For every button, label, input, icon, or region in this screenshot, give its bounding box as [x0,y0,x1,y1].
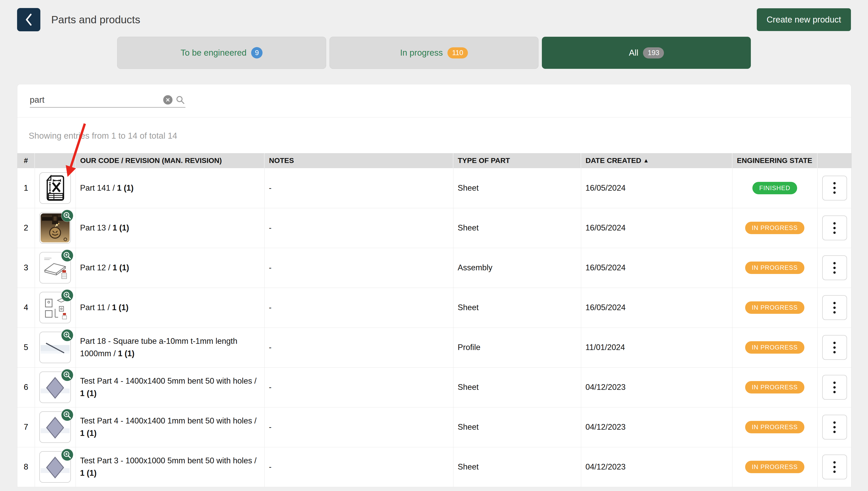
engineering-state-badge: IN PROGRESS [745,381,805,394]
row-actions-button[interactable] [822,375,847,400]
results-summary: Showing entries from 1 to 14 of total 14 [29,131,177,141]
row-actions-button[interactable] [822,176,847,201]
column-header-code[interactable]: OUR CODE / REVISION (MAN. REVISION) [76,153,264,168]
date-cell: 04/12/2023 [581,447,732,487]
count-badge: 193 [643,47,664,58]
back-button[interactable] [17,8,40,31]
table-row: 4 [17,288,852,327]
technical-drawing-placeholder-icon [40,174,69,203]
zoom-in-icon[interactable] [61,329,73,342]
table-row: 7 [17,407,852,447]
type-cell: Sheet [453,168,581,208]
status-filter-tabs: To be engineered 9 In progress 110 All 1… [117,37,751,69]
type-cell: Sheet [453,288,581,327]
part-code-cell: Test Part 3 - 1000x1000 5mm bent 50 with… [76,447,264,487]
date-cell: 16/05/2024 [581,168,732,208]
type-cell: Assembly [453,248,581,288]
column-header-date-created[interactable]: DATE CREATED ▲ [581,153,732,168]
search-field [30,95,185,108]
part-thumbnail[interactable] [39,372,71,403]
chevron-left-icon [23,13,34,26]
table-row: 8 [17,447,852,487]
part-thumbnail[interactable] [39,451,71,483]
part-code-cell: Part 11 / 1 (1) [76,288,264,327]
row-number: 4 [17,288,35,327]
table-row: 6 [17,367,852,407]
row-actions-button[interactable] [822,295,847,320]
row-actions-button[interactable] [822,335,847,360]
part-thumbnail[interactable] [39,411,71,443]
row-number: 6 [17,367,35,407]
part-code-cell: Part 18 - Square tube a-10mm t-1mm lengt… [76,327,264,367]
column-header-thumbnail [35,153,76,168]
row-actions-button[interactable] [822,255,847,280]
zoom-in-icon[interactable] [61,209,73,222]
tab-label: All [629,48,638,58]
table-row: 5 [17,327,852,367]
results-summary-bar: Showing entries from 1 to 14 of total 14 [17,117,851,153]
part-thumbnail[interactable] [39,252,71,284]
kebab-icon [833,182,836,184]
date-cell: 04/12/2023 [581,407,732,447]
page-title: Parts and products [51,14,757,26]
table-header-row: # OUR CODE / REVISION (MAN. REVISION) NO… [17,153,852,168]
top-bar: Parts and products Create new product [0,0,868,32]
row-number: 7 [17,407,35,447]
row-number: 2 [17,208,35,248]
part-thumbnail[interactable] [39,212,71,244]
parts-table: # OUR CODE / REVISION (MAN. REVISION) NO… [17,153,852,487]
row-actions-button[interactable] [822,215,847,240]
notes-cell: - [264,288,453,327]
clear-search-button[interactable] [163,95,173,105]
search-icon[interactable] [175,95,185,105]
type-cell: Profile [453,327,581,367]
parts-and-products-page: Parts and products Create new product To… [0,0,868,491]
type-cell: Sheet [453,447,581,487]
count-badge: 110 [447,47,468,58]
zoom-in-icon[interactable] [61,409,73,421]
column-header-engineering-state[interactable]: ENGINEERING STATE [732,153,817,168]
part-code-cell: Test Part 4 - 1400x1400 1mm bent 50 with… [76,407,264,447]
notes-cell: - [264,367,453,407]
tab-in-progress[interactable]: In progress 110 [330,37,538,69]
column-header-notes[interactable]: NOTES [264,153,453,168]
column-header-type[interactable]: TYPE OF PART [453,153,581,168]
notes-cell: - [264,407,453,447]
column-header-number: # [17,153,35,168]
zoom-in-icon[interactable] [61,449,73,461]
notes-cell: - [264,168,453,208]
zoom-in-icon[interactable] [61,250,73,262]
part-thumbnail[interactable] [39,331,71,363]
x-icon [165,97,171,103]
create-new-product-button[interactable]: Create new product [757,8,851,31]
part-thumbnail[interactable] [39,172,71,204]
row-number: 3 [17,248,35,288]
engineering-state-badge: FINISHED [752,182,797,194]
part-code-cell: Part 13 / 1 (1) [76,208,264,248]
row-number: 5 [17,327,35,367]
search-input[interactable] [30,95,160,105]
engineering-state-badge: IN PROGRESS [745,341,805,354]
search-section [17,84,851,117]
date-cell: 16/05/2024 [581,288,732,327]
column-header-actions [817,153,852,168]
row-actions-button[interactable] [822,415,847,439]
part-code-cell: Test Part 4 - 1400x1400 5mm bent 50 with… [76,367,264,407]
engineering-state-badge: IN PROGRESS [745,301,805,314]
notes-cell: - [264,208,453,248]
table-row: 2 [17,208,852,248]
zoom-in-icon[interactable] [61,289,73,301]
row-actions-button[interactable] [822,455,847,479]
tab-all[interactable]: All 193 [542,37,751,69]
engineering-state-badge: IN PROGRESS [745,461,805,473]
part-thumbnail[interactable] [39,292,71,323]
engineering-state-badge: IN PROGRESS [745,222,805,234]
notes-cell: - [264,447,453,487]
table-row: 3 [17,248,852,288]
tab-to-be-engineered[interactable]: To be engineered 9 [117,37,326,69]
part-code-cell: Part 12 / 1 (1) [76,248,264,288]
type-cell: Sheet [453,208,581,248]
zoom-in-icon[interactable] [61,369,73,381]
table-row: 1 [17,168,852,208]
type-cell: Sheet [453,367,581,407]
